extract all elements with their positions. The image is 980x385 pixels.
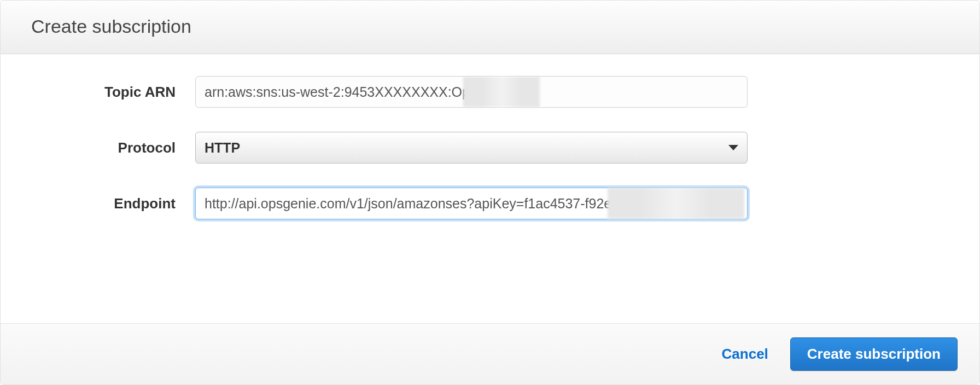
protocol-select-wrap: HTTP [195, 132, 748, 164]
topic-arn-label: Topic ARN [31, 84, 195, 101]
dialog-body: Topic ARN Protocol HTTP Endpoint [1, 54, 979, 323]
dialog-footer: Cancel Create subscription [1, 323, 979, 384]
form-row-endpoint: Endpoint [31, 188, 949, 219]
protocol-label: Protocol [31, 139, 195, 156]
create-subscription-button[interactable]: Create subscription [790, 337, 958, 371]
chevron-down-icon [728, 145, 738, 150]
redacted-segment [463, 77, 540, 107]
form-row-protocol: Protocol HTTP [31, 132, 949, 164]
dialog-header: Create subscription [1, 1, 979, 54]
topic-arn-input-wrap [195, 76, 748, 108]
endpoint-label: Endpoint [31, 195, 195, 212]
dialog-title: Create subscription [31, 16, 949, 37]
protocol-select[interactable]: HTTP [195, 132, 748, 164]
form-row-topic-arn: Topic ARN [31, 76, 949, 108]
redacted-segment [608, 188, 744, 219]
create-subscription-dialog: Create subscription Topic ARN Protocol H… [0, 0, 980, 385]
protocol-selected-value: HTTP [205, 140, 240, 156]
cancel-button[interactable]: Cancel [722, 346, 768, 363]
endpoint-input-wrap [195, 188, 748, 219]
